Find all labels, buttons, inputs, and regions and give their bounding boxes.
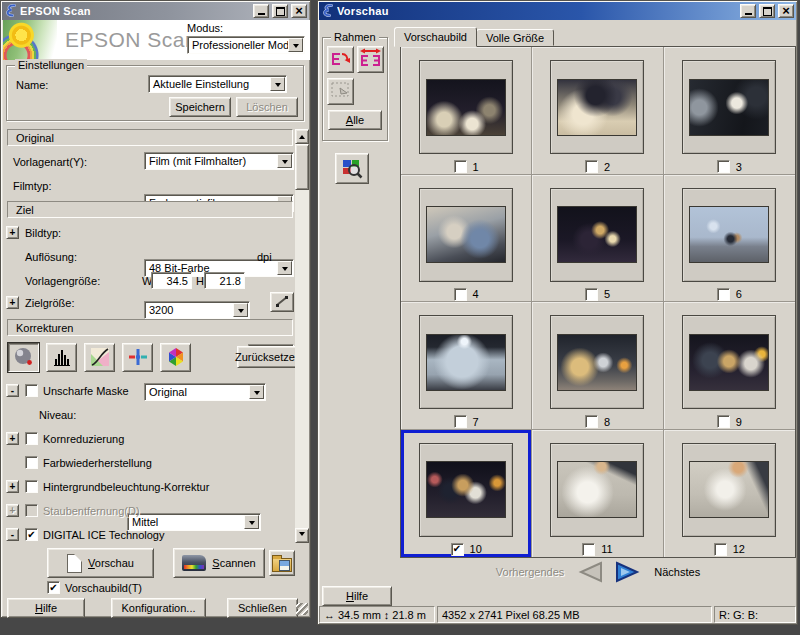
maximize-button[interactable]: [272, 4, 288, 18]
dust-expander[interactable]: +: [6, 504, 19, 517]
dust-checkbox[interactable]: [25, 504, 38, 517]
thumbnail-slide-frame[interactable]: [550, 315, 644, 409]
dropdown-arrow-icon[interactable]: [277, 261, 292, 275]
configuration-button[interactable]: Konfiguration...: [111, 598, 206, 618]
select-all-frames-button[interactable]: Alle: [328, 110, 382, 130]
thumbnail-slide-frame[interactable]: [682, 315, 776, 409]
ice-expander[interactable]: -: [6, 528, 19, 541]
thumbnail-photo[interactable]: [557, 461, 637, 518]
marquee-button[interactable]: [327, 78, 354, 105]
thumbnail-slide-frame[interactable]: [419, 188, 513, 282]
tab-vorschaubild[interactable]: Vorschaubild: [394, 27, 477, 47]
thumbnail-slide-frame[interactable]: [419, 315, 513, 409]
next-page-button[interactable]: [614, 560, 644, 584]
thumbnail-cell[interactable]: 8: [532, 302, 663, 430]
thumbnail-photo[interactable]: [689, 461, 769, 518]
thumbnail-slide-frame[interactable]: [550, 443, 644, 537]
aspect-ratio-button[interactable]: [270, 292, 294, 312]
thumbnail-checkbox[interactable]: [582, 543, 595, 556]
zoom-tool-button[interactable]: [335, 153, 369, 184]
save-button[interactable]: Speichern: [169, 97, 231, 117]
settings-name-select[interactable]: Aktuelle Einstellung: [148, 75, 287, 93]
thumbnail-checkbox[interactable]: [585, 415, 598, 428]
minimize-button[interactable]: [740, 4, 756, 18]
thumbnail-photo[interactable]: [557, 334, 637, 391]
dropdown-arrow-icon[interactable]: [277, 154, 292, 168]
dropdown-arrow-icon[interactable]: [233, 303, 248, 317]
thumbnail-cell[interactable]: 3: [664, 47, 795, 175]
doc-type-select[interactable]: Film (mit Filmhalter): [144, 152, 294, 170]
thumbnail-slide-frame[interactable]: [419, 60, 513, 154]
scan-titlebar[interactable]: EPSON Scan: [2, 2, 309, 20]
tab-volle-groesse[interactable]: Volle Größe: [476, 29, 554, 46]
thumbnail-photo[interactable]: [689, 79, 769, 136]
thumbnail-cell[interactable]: 4: [401, 175, 532, 303]
dropdown-arrow-icon[interactable]: [244, 515, 259, 529]
unsharp-checkbox[interactable]: [25, 384, 38, 397]
thumbnail-photo[interactable]: [557, 206, 637, 263]
thumbnail-checkbox[interactable]: [717, 288, 730, 301]
thumbnail-checkbox[interactable]: [454, 288, 467, 301]
close-button[interactable]: [291, 4, 307, 18]
target-size-expander[interactable]: +: [6, 296, 19, 309]
resolution-select[interactable]: 3200: [144, 301, 250, 319]
rotate-button[interactable]: [327, 46, 354, 73]
delete-button[interactable]: Löschen: [236, 97, 298, 117]
help-button[interactable]: Hilfe: [7, 598, 85, 618]
color-restore-checkbox[interactable]: [25, 456, 38, 469]
color-adjust-button[interactable]: [122, 343, 153, 372]
target-size-select[interactable]: Original: [144, 383, 266, 401]
scroll-down-button[interactable]: [295, 528, 309, 543]
scroll-up-button[interactable]: [295, 129, 309, 144]
thumbnail-cell[interactable]: 10: [401, 430, 532, 558]
thumbnail-cell[interactable]: 6: [664, 175, 795, 303]
thumbnail-checkbox[interactable]: [454, 415, 467, 428]
width-input[interactable]: [151, 272, 192, 289]
preview-button[interactable]: Vorschau: [47, 548, 154, 578]
thumbnail-photo[interactable]: [689, 334, 769, 391]
thumbnail-slide-frame[interactable]: [419, 443, 513, 537]
thumbnail-cell[interactable]: 12: [664, 430, 795, 558]
minimize-button[interactable]: [253, 4, 269, 18]
thumbnail-checkbox[interactable]: [454, 160, 467, 173]
thumbnail-checkbox[interactable]: [585, 288, 598, 301]
close-button[interactable]: [778, 4, 794, 18]
mirror-button[interactable]: [357, 46, 384, 73]
thumbnail-photo[interactable]: [689, 206, 769, 263]
thumbnail-photo[interactable]: [426, 79, 506, 136]
thumbnail-checkbox[interactable]: [714, 543, 727, 556]
thumbnail-photo[interactable]: [557, 79, 637, 136]
thumbnail-cell[interactable]: 1: [401, 47, 532, 175]
ice-checkbox[interactable]: [25, 528, 38, 541]
thumbnail-cell[interactable]: 11: [532, 430, 663, 558]
thumbnail-slide-frame[interactable]: [682, 60, 776, 154]
backlight-checkbox[interactable]: [25, 480, 38, 493]
thumbnail-cell[interactable]: 7: [401, 302, 532, 430]
close-window-button[interactable]: Schließen: [227, 598, 298, 618]
tone-curve-button[interactable]: [84, 343, 115, 372]
scrollbar-thumb[interactable]: [295, 144, 309, 190]
backlight-expander[interactable]: +: [6, 480, 19, 493]
file-save-options-button[interactable]: [269, 550, 295, 576]
grain-checkbox[interactable]: [25, 432, 38, 445]
dropdown-arrow-icon[interactable]: [249, 385, 264, 399]
resize-grip[interactable]: [296, 603, 308, 615]
thumbnail-slide-frame[interactable]: [682, 188, 776, 282]
thumbnail-photo[interactable]: [426, 334, 506, 391]
dropdown-arrow-icon[interactable]: [288, 38, 303, 52]
preview-titlebar[interactable]: Vorschau: [319, 2, 796, 20]
thumbnail-slide-frame[interactable]: [550, 188, 644, 282]
dropdown-arrow-icon[interactable]: [270, 77, 285, 91]
height-input[interactable]: [204, 272, 245, 289]
thumbnail-checkbox[interactable]: [451, 543, 464, 556]
reset-button[interactable]: Zurücksetzen: [237, 346, 299, 368]
thumbnail-cell[interactable]: 2: [532, 47, 663, 175]
thumbnail-slide-frame[interactable]: [682, 443, 776, 537]
thumbnail-photo[interactable]: [426, 206, 506, 263]
image-type-expander[interactable]: +: [6, 226, 19, 239]
thumbnail-checkbox[interactable]: [717, 160, 730, 173]
histogram-button[interactable]: [46, 343, 77, 372]
thumbnail-slide-frame[interactable]: [550, 60, 644, 154]
previous-page-button[interactable]: [574, 560, 604, 584]
color-palette-button[interactable]: [160, 343, 191, 372]
